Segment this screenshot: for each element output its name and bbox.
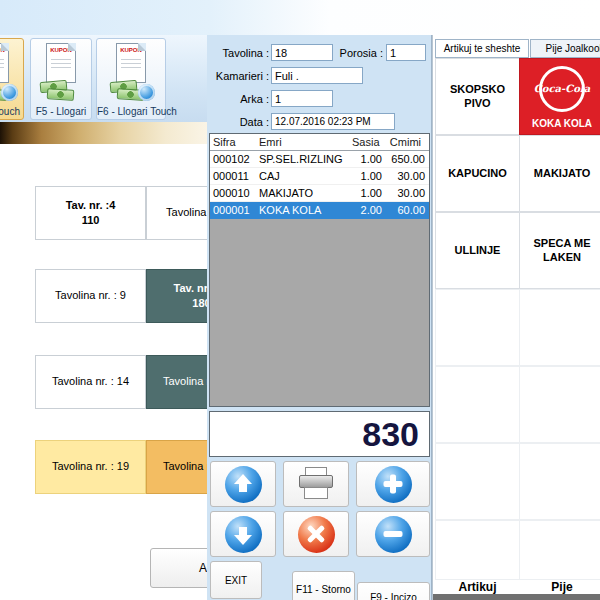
bottom-tab-artikuj[interactable]: Artikuj <box>435 580 520 595</box>
cell-sasia: 1.00 <box>352 185 386 201</box>
product-button-kapucino[interactable]: KAPUCINO <box>435 135 520 212</box>
product-slot-empty[interactable] <box>435 443 520 520</box>
coca-cola-logo-text: Coca-Cola <box>520 83 600 96</box>
delete-item-button[interactable] <box>283 511 349 557</box>
toolbar-button-f5-llogari[interactable]: KUPON F5 - Llogari <box>30 38 92 120</box>
bottom-tab-pije[interactable]: Pije <box>519 580 600 595</box>
add-item-button[interactable] <box>356 461 430 507</box>
incizo-button-label: F9 - Incizo <box>358 592 429 600</box>
plus-icon <box>375 466 412 503</box>
product-slot-empty[interactable] <box>519 289 600 366</box>
tab-artikuj-te-sheshte[interactable]: Artikuj te sheshte <box>435 39 529 58</box>
date-input[interactable] <box>271 113 395 130</box>
kupon-coupon-icon: KUPON <box>39 43 83 101</box>
table-cell[interactable]: Tavolina nr. : 19 <box>35 440 146 494</box>
date-label: Data : <box>211 116 269 128</box>
table-cell-amount: 110 <box>82 214 100 227</box>
table-row-selected[interactable]: 000001 KOKA KOLA 2.00 60.00 <box>210 202 429 219</box>
kupon-coupon-icon: KUPON <box>109 43 153 101</box>
product-label: KOKA KOLA <box>520 118 600 131</box>
cell-cmimi: 650.00 <box>386 151 429 167</box>
porosia-label: Porosia : <box>333 47 383 59</box>
table-row[interactable]: 000010 MAKIJATO 1.00 30.00 <box>210 185 429 202</box>
product-slot-empty[interactable] <box>519 366 600 443</box>
order-items-header: Sifra Emri Sasia Cmimi <box>210 134 429 151</box>
printer-icon <box>296 467 336 501</box>
product-button-skopsko-pivo[interactable]: SKOPSKO PIVO <box>435 58 520 135</box>
bottom-tab-label: Pije <box>551 580 572 594</box>
pos-window: KUPON Touch KUPON F5 - Llogari <box>0 0 600 600</box>
tab-label: Artikuj te sheshte <box>444 43 521 54</box>
product-label: MAKIJATO <box>534 167 590 181</box>
product-label: ULLINJE <box>455 244 501 258</box>
move-up-button[interactable] <box>210 461 276 507</box>
kamarieri-label: Kamarieri : <box>211 70 269 82</box>
tab-label: Pije Joalkoolike <box>546 43 600 54</box>
remove-item-button[interactable] <box>356 511 430 557</box>
product-button-koka-kola[interactable]: Coca-Cola KOKA KOLA <box>519 58 600 135</box>
toolbar-button-label: F5 - Llogari <box>31 106 91 117</box>
product-button-ullinje[interactable]: ULLINJE <box>435 212 520 289</box>
products-panel: Artikuj te sheshte Pije Joalkoolike SKOP… <box>432 35 600 600</box>
minus-icon <box>375 516 412 553</box>
table-row[interactable]: 000102 SP.SEL.RIZLING 1.00 650.00 <box>210 151 429 168</box>
product-label: KAPUCINO <box>448 167 507 181</box>
order-panel: Tavolina : Porosia : Kamarieri : Arka : … <box>207 35 432 600</box>
product-button-makijato[interactable]: MAKIJATO <box>519 135 600 212</box>
product-button-speca-me-laken[interactable]: SPECA ME LAKEN <box>519 212 600 289</box>
cell-sifra: 000010 <box>210 185 256 201</box>
table-cell-label: Tavolina nr. : 14 <box>52 375 129 388</box>
toolbar-button-llogari-touch-partial[interactable]: KUPON Touch <box>0 38 24 120</box>
cell-emri: KOKA KOLA <box>256 202 352 218</box>
cell-emri: SP.SEL.RIZLING <box>256 151 352 167</box>
arrow-down-icon <box>225 516 262 553</box>
exit-button[interactable]: EXIT <box>210 561 262 599</box>
kamarieri-input[interactable] <box>271 67 363 84</box>
incizo-button[interactable]: F9 - Incizo <box>357 582 430 600</box>
product-slot-empty[interactable] <box>519 443 600 520</box>
exit-button-label: EXIT <box>225 575 247 586</box>
titlebar-area <box>0 0 600 35</box>
order-total: 830 <box>209 411 430 457</box>
cell-sasia: 1.00 <box>352 168 386 184</box>
product-slot-empty[interactable] <box>519 520 600 580</box>
cell-sifra: 000011 <box>210 168 256 184</box>
table-cell-label: Tav. nr. :4 <box>66 199 116 212</box>
table-cell[interactable]: Tav. nr. :4 110 <box>35 186 146 240</box>
ribbon-toolbar: KUPON Touch KUPON F5 - Llogari <box>0 35 207 122</box>
table-cell[interactable]: Tavolina nr. : 9 <box>35 269 146 323</box>
cell-emri: MAKIJATO <box>256 185 352 201</box>
product-slot-empty[interactable] <box>435 366 520 443</box>
tables-map: Tav. nr. :4 110 Tavolina nr. : 5 Tavolin… <box>0 144 207 600</box>
document-icon: KUPON <box>46 43 76 83</box>
cell-emri: CAJ <box>256 168 352 184</box>
move-down-button[interactable] <box>210 511 276 557</box>
col-header-sasia: Sasia <box>352 134 386 150</box>
table-cell[interactable]: Tavolina nr. : 14 <box>35 355 146 409</box>
kupon-coupon-icon: KUPON <box>0 43 16 101</box>
product-label: SPECA ME LAKEN <box>523 237 600 265</box>
arka-input[interactable] <box>271 90 333 107</box>
product-slot-empty[interactable] <box>435 520 520 580</box>
storno-button[interactable]: F11 - Storno <box>292 571 355 600</box>
tab-pije-joalkoolike[interactable]: Pije Joalkoolike <box>530 39 600 58</box>
cell-sasia: 2.00 <box>352 202 386 218</box>
cell-sifra: 000102 <box>210 151 256 167</box>
col-header-sifra: Sifra <box>210 134 256 150</box>
touch-pointer-icon <box>138 84 155 101</box>
tavolina-input[interactable] <box>271 44 333 61</box>
bottom-divider-bar <box>433 594 600 600</box>
col-header-cmimi: Cmimi <box>386 134 429 150</box>
print-button[interactable] <box>283 461 349 507</box>
product-slot-empty[interactable] <box>435 289 520 366</box>
document-icon: KUPON <box>0 43 9 83</box>
table-row[interactable]: 000011 CAJ 1.00 30.00 <box>210 168 429 185</box>
tavolina-label: Tavolina : <box>211 47 269 59</box>
total-value: 830 <box>362 415 419 454</box>
toolbar-button-f6-llogari-touch[interactable]: KUPON F6 - Llogari Touch <box>96 38 166 120</box>
decorative-gradient-bar <box>0 122 207 144</box>
porosia-input[interactable] <box>386 44 426 61</box>
table-cell-label: Tavolina nr. : 19 <box>52 460 129 473</box>
table-cell-label: Tavolina nr. : 9 <box>55 289 126 302</box>
bottom-tab-label: Artikuj <box>458 580 496 594</box>
